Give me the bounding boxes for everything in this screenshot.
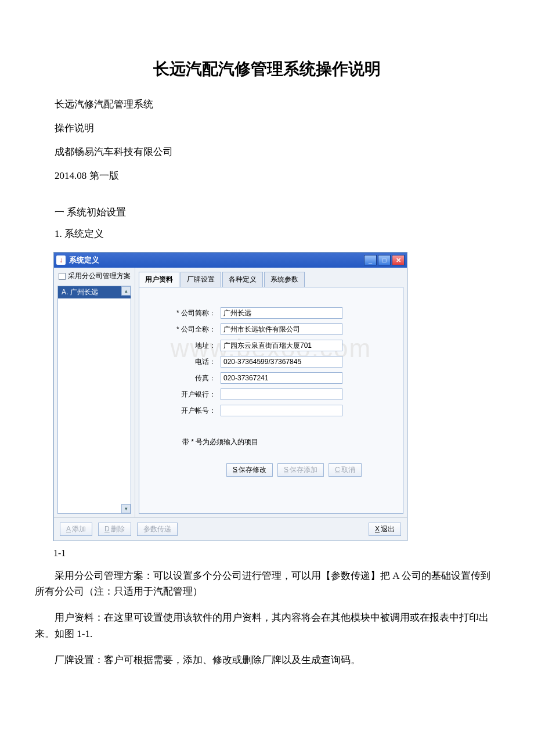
full-name-label: * 公司全称：: [151, 325, 221, 334]
fax-input[interactable]: [221, 372, 342, 384]
required-hint: 带 * 号为必须输入的项目: [151, 437, 391, 447]
address-label: 地址：: [151, 341, 221, 351]
account-label: 开户帐号：: [151, 406, 221, 416]
paragraph-2: 用户资料：在这里可设置使用该软件的用户资料，其内容将会在其他模块中被调用或在报表…: [35, 610, 499, 641]
short-name-input[interactable]: [221, 307, 342, 319]
bank-input[interactable]: [221, 388, 342, 400]
delete-button[interactable]: D删除: [98, 523, 131, 536]
window-title: 系统定义: [69, 255, 363, 265]
minimize-button[interactable]: _: [364, 255, 377, 265]
full-name-input[interactable]: [221, 323, 342, 335]
meta-line-4: 2014.08 第一版: [35, 169, 499, 182]
save-modify-button[interactable]: S保存修改: [226, 463, 273, 477]
account-input[interactable]: [221, 405, 342, 416]
branch-mode-checkbox-row[interactable]: 采用分公司管理方案: [54, 268, 135, 286]
cancel-button[interactable]: C取消: [329, 463, 362, 477]
close-button[interactable]: ✕: [392, 255, 405, 265]
maximize-button[interactable]: □: [378, 255, 391, 265]
short-name-label: * 公司简称：: [151, 308, 221, 318]
meta-line-1: 长远汽修汽配管理系统: [35, 98, 499, 111]
transfer-button[interactable]: 参数传递: [137, 523, 178, 536]
scroll-up-icon[interactable]: ▴: [121, 286, 131, 296]
bottom-toolbar: A添加 D删除 参数传递 X退出: [54, 517, 407, 541]
address-input[interactable]: [221, 340, 342, 351]
tab-definitions[interactable]: 各种定义: [222, 272, 263, 287]
scroll-down-icon[interactable]: ▾: [121, 504, 131, 513]
user-info-pane: www.bexoo.com * 公司简称： * 公司全称： 地址： 电话：: [139, 287, 403, 514]
section-1-1-title: 1. 系统定义: [35, 227, 499, 240]
company-listbox[interactable]: A. 广州长远 ▴ ▾: [57, 286, 131, 514]
exit-button[interactable]: X退出: [369, 523, 401, 536]
figure-label: 1-1: [35, 548, 499, 559]
tab-brand-settings[interactable]: 厂牌设置: [181, 272, 221, 287]
meta-line-2: 操作说明: [35, 121, 499, 135]
company-list-panel: 采用分公司管理方案 A. 广州长远 ▴ ▾: [54, 268, 135, 517]
fax-label: 传真：: [151, 373, 221, 383]
paragraph-3: 厂牌设置：客户可根据需要，添加、修改或删除厂牌以及生成查询码。: [35, 652, 499, 668]
add-button[interactable]: A添加: [60, 523, 92, 536]
list-item[interactable]: A. 广州长远: [58, 286, 131, 298]
branch-mode-checkbox[interactable]: [59, 273, 66, 280]
tab-user-info[interactable]: 用户资料: [139, 272, 179, 287]
system-definition-window: ↓ 系统定义 _ □ ✕ 采用分公司管理方案 A. 广州长远 ▴ ▾ 用户资料 …: [53, 252, 407, 541]
phone-label: 电话：: [151, 357, 221, 367]
document-title: 长远汽配汽修管理系统操作说明: [35, 58, 499, 80]
tabs: 用户资料 厂牌设置 各种定义 系统参数: [135, 268, 407, 287]
phone-input[interactable]: [221, 356, 342, 368]
paragraph-1: 采用分公司管理方案：可以设置多个分公司进行管理，可以用【参数传递】把 A 公司的…: [35, 568, 499, 599]
bank-label: 开户银行：: [151, 390, 221, 399]
section-1-title: 一 系统初始设置: [35, 206, 499, 219]
save-add-button[interactable]: S保存添加: [277, 463, 324, 477]
app-icon: ↓: [56, 255, 66, 265]
window-titlebar[interactable]: ↓ 系统定义 _ □ ✕: [54, 253, 407, 268]
meta-line-3: 成都畅易汽车科技有限公司: [35, 145, 499, 159]
branch-mode-label: 采用分公司管理方案: [68, 271, 131, 281]
tab-system-params[interactable]: 系统参数: [264, 272, 305, 287]
